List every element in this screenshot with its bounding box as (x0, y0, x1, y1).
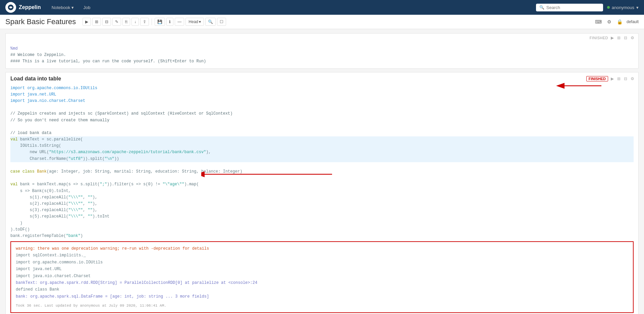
intro-settings-button[interactable]: ⚙ (630, 35, 635, 41)
intro-cell-status: FINISHED (590, 36, 608, 40)
intro-directive: %md (10, 46, 18, 51)
permission-label: default (627, 19, 639, 24)
user-menu[interactable]: anonymous ▾ (607, 5, 639, 10)
load-run-button[interactable]: ▶ (610, 76, 614, 82)
head-label: Head (189, 19, 198, 24)
intro-cell-body: %md ## Welcome to Zeppelin. #### This is… (6, 42, 638, 68)
load-data-code: import org.apache.commons.io.IOUtils imp… (10, 85, 634, 240)
user-status-dot (607, 6, 610, 9)
info-button[interactable]: ℹ (166, 18, 173, 26)
logo[interactable]: Zeppelin (5, 2, 41, 13)
layout-button[interactable]: ⊞ (92, 18, 101, 26)
load-data-cell: Load data into table import org.apache.c… (5, 72, 639, 314)
intro-cell: FINISHED ▶ ⊞ ⊟ ⚙ %md ## Welcome to Zeppe… (5, 33, 639, 69)
minus-button[interactable]: — (175, 18, 184, 26)
notebook-toolbar: ▶ ⊞ ⊟ ✎ ⎘ ↓ ⇪ 💾 ℹ — Head ▾ 🔍 ☐ (83, 18, 226, 26)
load-layout-button[interactable]: ⊞ (616, 76, 621, 82)
head-dropdown[interactable]: Head ▾ (185, 18, 204, 26)
nav-menu: Notebook ▾ Job (48, 3, 536, 12)
page-title: Spark Basic Features (5, 17, 76, 26)
chevron-down-icon: ▾ (71, 5, 74, 10)
find-button[interactable]: 🔍 (205, 18, 216, 26)
load-cell-status: FINISHED (586, 76, 608, 81)
output-warning: warning: there was one deprecation warni… (16, 246, 209, 251)
export-button[interactable]: ↓ (131, 18, 139, 26)
head-chevron-icon: ▾ (199, 19, 201, 24)
user-chevron-icon: ▾ (636, 5, 639, 10)
main-content: FINISHED ▶ ⊞ ⊟ ⚙ %md ## Welcome to Zeppe… (0, 29, 644, 314)
search-icon: 🔍 (539, 5, 544, 10)
intro-line-1: ## Welcome to Zeppelin. (10, 53, 66, 57)
search-input[interactable] (546, 5, 600, 10)
load-grid-button[interactable]: ⊟ (623, 76, 628, 82)
output-box: warning: there was one deprecation warni… (10, 241, 634, 313)
delete-button[interactable]: ☐ (217, 18, 226, 26)
intro-layout-button[interactable]: ⊞ (616, 35, 621, 41)
load-data-cell-body: Load data into table import org.apache.c… (6, 72, 638, 314)
intro-grid-button[interactable]: ⊟ (623, 35, 628, 41)
load-settings-button[interactable]: ⚙ (630, 76, 635, 82)
page-header-right: ⌨ ⚙ 🔒 default (594, 18, 639, 26)
nav-notebook[interactable]: Notebook ▾ (48, 3, 78, 12)
toolbar-sep-1 (152, 18, 152, 25)
user-name: anonymous (612, 5, 634, 10)
nav-right: 🔍 anonymous ▾ (536, 4, 639, 11)
save-button[interactable]: 💾 (155, 18, 165, 26)
edit-button[interactable]: ✎ (112, 18, 121, 26)
nav-job[interactable]: Job (79, 3, 94, 12)
run-all-button[interactable]: ▶ (83, 18, 91, 26)
search-box[interactable]: 🔍 (536, 4, 603, 11)
top-navigation: Zeppelin Notebook ▾ Job 🔍 anonymous ▾ (0, 0, 644, 15)
logo-text: Zeppelin (19, 4, 41, 10)
intro-code: %md ## Welcome to Zeppelin. #### This is… (10, 46, 634, 65)
intro-line-2: #### This is a live tutorial, you can ru… (10, 59, 206, 64)
logo-icon (5, 2, 16, 13)
intro-cell-status-bar: FINISHED ▶ ⊞ ⊟ ⚙ (6, 34, 638, 42)
grid-button[interactable]: ⊟ (102, 18, 111, 26)
output-timestamp: Took 36 sec. Last updated by anonymous a… (16, 303, 628, 309)
lock-icon-button[interactable]: 🔒 (615, 18, 624, 26)
gear-icon-button[interactable]: ⚙ (606, 18, 613, 26)
intro-run-button[interactable]: ▶ (610, 35, 614, 41)
clear-button[interactable]: ⇪ (140, 18, 149, 26)
page-header: Spark Basic Features ▶ ⊞ ⊟ ✎ ⎘ ↓ ⇪ 💾 ℹ —… (0, 15, 644, 29)
keyboard-icon-button[interactable]: ⌨ (594, 18, 603, 26)
clone-button[interactable]: ⎘ (122, 18, 130, 26)
load-data-heading: Load data into table (10, 76, 634, 82)
load-cell-status-bar: FINISHED ▶ ⊞ ⊟ ⚙ (586, 76, 635, 82)
